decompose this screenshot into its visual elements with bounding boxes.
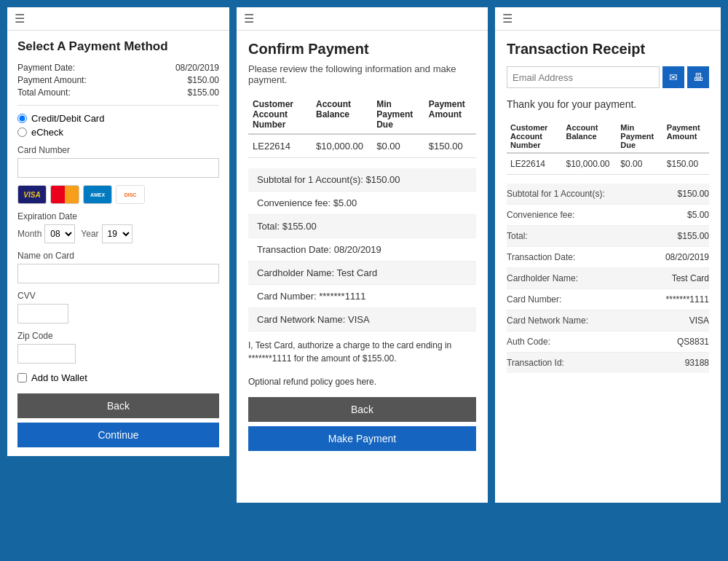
receipt-table: Customer Account Number Account Balance …: [507, 120, 709, 175]
panel2-title: Confirm Payment: [248, 41, 476, 58]
panel2-hamburger-icon[interactable]: ☰: [244, 12, 254, 25]
back-button[interactable]: Back: [17, 393, 219, 418]
cvv-input[interactable]: [17, 304, 68, 323]
receipt-detail-label: Total:: [507, 231, 528, 241]
receipt-detail-label: Transaction Date:: [507, 252, 575, 262]
year-select[interactable]: 19: [102, 224, 132, 243]
cell-payment: $150.00: [424, 134, 476, 158]
add-to-wallet-row: Add to Wallet: [17, 372, 219, 383]
transaction-date-row: Transaction Date: 08/20/2019: [248, 238, 476, 262]
expiry-row: Month 08 Year 19: [17, 224, 219, 243]
table-row: LE22614 $10,000.00 $0.00 $150.00: [248, 134, 476, 158]
receipt-detail-value: QS8831: [677, 337, 709, 347]
total-amount-row: Total Amount: $155.00: [17, 87, 219, 98]
expiration-date-label: Expiration Date: [17, 211, 219, 221]
receipt-detail-value: VISA: [689, 315, 709, 326]
payment-amount-value: $150.00: [188, 75, 219, 85]
radio-credit-debit[interactable]: [17, 114, 27, 123]
add-to-wallet-checkbox[interactable]: [17, 373, 27, 382]
receipt-detail-row: Cardholder Name:Test Card: [507, 268, 709, 289]
receipt-detail-row: Card Number:*******1111: [507, 289, 709, 310]
receipt-col-amount: Payment Amount: [663, 120, 709, 153]
email-send-button[interactable]: ✉: [662, 66, 684, 88]
total-amount-label: Total Amount:: [17, 87, 71, 98]
receipt-cell-min-due: $0.00: [617, 153, 662, 175]
receipt-col-balance: Account Balance: [562, 120, 617, 153]
receipt-detail-row: Total:$155.00: [507, 226, 709, 247]
receipt-detail-row: Transaction Id:93188: [507, 353, 709, 373]
month-label: Month: [17, 229, 41, 239]
cell-min-due: $0.00: [372, 134, 424, 158]
receipt-detail-label: Card Network Name:: [507, 315, 588, 326]
cell-account: LE22614: [248, 134, 312, 158]
refund-text: Optional refund policy goes here.: [248, 372, 476, 397]
receipt-detail-row: Auth Code:QS8831: [507, 332, 709, 353]
panel3-header: ☰: [495, 7, 721, 31]
print-button[interactable]: 🖶: [687, 66, 709, 88]
panel2-confirm-payment: ☰ Confirm Payment Please review the foll…: [237, 7, 488, 503]
month-select[interactable]: 08: [44, 224, 75, 243]
receipt-cell-balance: $10,000.00: [562, 153, 617, 175]
card-network-row: Card Network Name: VISA: [248, 308, 476, 332]
card-number-input[interactable]: [17, 158, 219, 178]
continue-button[interactable]: Continue: [17, 423, 219, 447]
receipt-detail-row: Transaction Date:08/20/2019: [507, 247, 709, 268]
radio-credit-card[interactable]: Credit/Debit Card: [17, 113, 219, 124]
col-amount: Payment Amount: [424, 95, 476, 134]
receipt-detail-row: Subtotal for 1 Account(s):$150.00: [507, 184, 709, 205]
visa-icon: VISA: [17, 185, 47, 204]
zip-code-input[interactable]: [17, 344, 76, 364]
total-row: Total: $155.00: [248, 215, 476, 238]
receipt-table-row: LE22614 $10,000.00 $0.00 $150.00: [507, 153, 709, 175]
receipt-detail-value: $150.00: [678, 189, 709, 199]
panels-container: ☰ Select A Payment Method Payment Date: …: [7, 7, 721, 503]
receipt-detail-row: Convenience fee:$5.00: [507, 205, 709, 226]
panel3-title: Transaction Receipt: [507, 41, 709, 58]
payment-amount-label: Payment Amount:: [17, 75, 87, 85]
receipt-detail-label: Convenience fee:: [507, 210, 574, 220]
col-balance: Account Balance: [312, 95, 372, 134]
panel2-back-button[interactable]: Back: [248, 397, 476, 422]
subtotal-row: Subtotal for 1 Account(s): $150.00: [248, 168, 476, 192]
year-group: Year 19: [81, 224, 132, 243]
email-row: ✉ 🖶: [507, 66, 709, 88]
receipt-cell-account: LE22614: [507, 153, 562, 175]
payment-method-group: Credit/Debit Card eCheck: [17, 113, 219, 138]
panel2-header: ☰: [237, 7, 488, 31]
payment-date-row: Payment Date: 08/20/2019: [17, 63, 219, 73]
hamburger-icon[interactable]: ☰: [15, 12, 25, 25]
payment-date-label: Payment Date:: [17, 63, 75, 73]
panel1-title: Select A Payment Method: [17, 39, 219, 54]
make-payment-button[interactable]: Make Payment: [248, 426, 476, 451]
receipt-detail-label: Card Number:: [507, 294, 561, 305]
receipt-detail-label: Transaction Id:: [507, 358, 564, 368]
confirm-payment-table: Customer Account Number Account Balance …: [248, 95, 476, 158]
receipt-detail-value: *******1111: [666, 294, 709, 305]
panel3-hamburger-icon[interactable]: ☰: [502, 12, 513, 25]
add-to-wallet-label: Add to Wallet: [31, 372, 87, 383]
radio-credit-label: Credit/Debit Card: [31, 113, 104, 124]
email-input[interactable]: [507, 66, 660, 88]
month-group: Month 08: [17, 224, 75, 243]
auth-text: I, Test Card, authorize a charge to the …: [248, 332, 476, 372]
radio-echeck[interactable]: eCheck: [17, 127, 219, 138]
radio-echeck-input[interactable]: [17, 128, 27, 137]
receipt-cell-amount: $150.00: [663, 153, 709, 175]
total-amount-value: $155.00: [188, 87, 219, 98]
mastercard-icon: [50, 185, 79, 204]
cvv-label: CVV: [17, 291, 219, 301]
col-account-number: Customer Account Number: [248, 95, 312, 134]
panel1-header: ☰: [7, 7, 229, 31]
cell-balance: $10,000.00: [312, 134, 372, 158]
receipt-col-account: Customer Account Number: [507, 120, 562, 153]
panel1-select-payment: ☰ Select A Payment Method Payment Date: …: [7, 7, 229, 456]
receipt-detail-row: Card Network Name:VISA: [507, 310, 709, 332]
payment-amount-row: Payment Amount: $150.00: [17, 75, 219, 85]
card-number-label: Card Number: [17, 145, 219, 155]
receipt-detail-label: Auth Code:: [507, 337, 550, 347]
receipt-detail-label: Subtotal for 1 Account(s):: [507, 189, 605, 199]
cardholder-name-row: Cardholder Name: Test Card: [248, 262, 476, 285]
receipt-details: Subtotal for 1 Account(s):$150.00Conveni…: [507, 184, 709, 373]
panel2-subtitle: Please review the following information …: [248, 63, 476, 85]
name-on-card-input[interactable]: [17, 264, 219, 283]
